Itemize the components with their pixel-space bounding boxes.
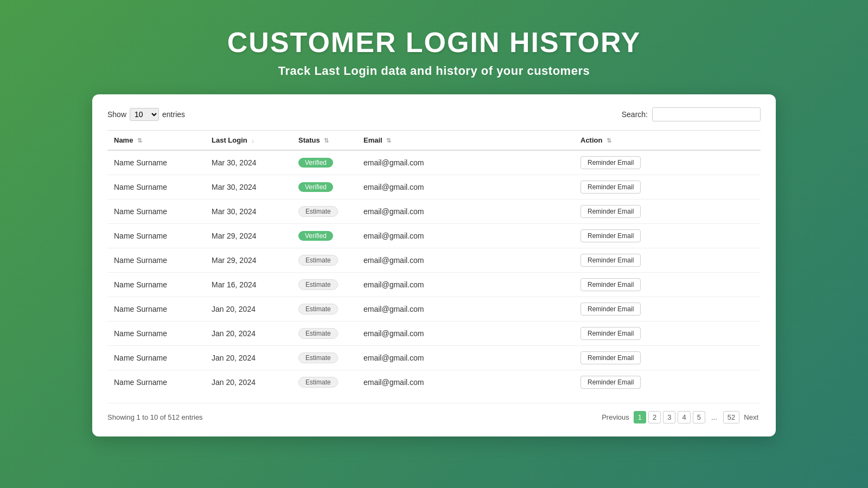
col-header-email[interactable]: Email ⇅ <box>357 131 574 151</box>
sort-icon-name: ⇅ <box>137 137 142 144</box>
col-header-status[interactable]: Status ⇅ <box>292 131 357 151</box>
page-header: CUSTOMER LOGIN HISTORY Track Last Login … <box>227 0 641 94</box>
cell-status: Estimate <box>292 346 357 370</box>
cell-status: Verified <box>292 150 357 175</box>
reminder-email-button[interactable]: Reminder Email <box>580 376 641 389</box>
cell-name: Name Surname <box>107 150 205 175</box>
sort-icon-last-login: ↓ <box>251 137 254 144</box>
search-input[interactable] <box>652 107 761 121</box>
cell-email: email@gmail.com <box>357 224 574 248</box>
status-badge: Estimate <box>298 206 338 217</box>
page-title: CUSTOMER LOGIN HISTORY <box>227 26 641 59</box>
sort-icon-action: ⇅ <box>607 137 611 144</box>
cell-name: Name Surname <box>107 224 205 248</box>
status-badge: Estimate <box>298 255 338 266</box>
page-button-5[interactable]: 5 <box>693 411 705 423</box>
customer-table: Name ⇅ Last Login ↓ Status ⇅ Email ⇅ Act… <box>107 130 761 394</box>
cell-name: Name Surname <box>107 175 205 200</box>
search-label: Search: <box>622 110 648 119</box>
cell-last-login: Mar 29, 2024 <box>205 248 292 273</box>
cell-action: Reminder Email <box>574 175 761 200</box>
status-badge: Verified <box>298 231 333 241</box>
reminder-email-button[interactable]: Reminder Email <box>580 254 641 267</box>
entries-select[interactable]: 10 25 50 100 <box>130 108 159 121</box>
cell-last-login: Jan 20, 2024 <box>205 297 292 322</box>
page-subtitle: Track Last Login data and history of you… <box>227 64 641 78</box>
table-row: Name Surname Jan 20, 2024 Estimate email… <box>107 346 761 370</box>
reminder-email-button[interactable]: Reminder Email <box>580 229 641 242</box>
cell-last-login: Mar 30, 2024 <box>205 150 292 175</box>
page-button-1[interactable]: 1 <box>634 411 646 423</box>
cell-action: Reminder Email <box>574 150 761 175</box>
table-row: Name Surname Mar 30, 2024 Estimate email… <box>107 200 761 224</box>
cell-status: Estimate <box>292 200 357 224</box>
search-control: Search: <box>622 107 761 121</box>
cell-email: email@gmail.com <box>357 200 574 224</box>
reminder-email-button[interactable]: Reminder Email <box>580 205 641 218</box>
cell-email: email@gmail.com <box>357 150 574 175</box>
reminder-email-button[interactable]: Reminder Email <box>580 303 641 316</box>
table-row: Name Surname Jan 20, 2024 Estimate email… <box>107 297 761 322</box>
cell-action: Reminder Email <box>574 248 761 273</box>
cell-status: Verified <box>292 175 357 200</box>
cell-name: Name Surname <box>107 322 205 346</box>
status-badge: Verified <box>298 182 333 192</box>
reminder-email-button[interactable]: Reminder Email <box>580 156 641 169</box>
next-button[interactable]: Next <box>742 412 761 423</box>
cell-last-login: Jan 20, 2024 <box>205 322 292 346</box>
status-badge: Estimate <box>298 377 338 388</box>
cell-action: Reminder Email <box>574 322 761 346</box>
cell-action: Reminder Email <box>574 297 761 322</box>
table-row: Name Surname Jan 20, 2024 Estimate email… <box>107 322 761 346</box>
cell-last-login: Mar 29, 2024 <box>205 224 292 248</box>
reminder-email-button[interactable]: Reminder Email <box>580 278 641 291</box>
cell-email: email@gmail.com <box>357 273 574 297</box>
table-row: Name Surname Mar 16, 2024 Estimate email… <box>107 273 761 297</box>
cell-last-login: Jan 20, 2024 <box>205 370 292 395</box>
table-row: Name Surname Mar 30, 2024 Verified email… <box>107 175 761 200</box>
status-badge: Estimate <box>298 328 338 339</box>
pagination: Previous 1 2 3 4 5 ... 52 Next <box>599 411 761 423</box>
col-header-action[interactable]: Action ⇅ <box>574 131 761 151</box>
cell-action: Reminder Email <box>574 224 761 248</box>
reminder-email-button[interactable]: Reminder Email <box>580 181 641 194</box>
sort-icon-email: ⇅ <box>386 137 391 144</box>
cell-action: Reminder Email <box>574 346 761 370</box>
table-header-row: Name ⇅ Last Login ↓ Status ⇅ Email ⇅ Act… <box>107 131 761 151</box>
previous-button[interactable]: Previous <box>599 412 631 423</box>
col-header-name[interactable]: Name ⇅ <box>107 131 205 151</box>
cell-email: email@gmail.com <box>357 297 574 322</box>
main-table-container: Show 10 25 50 100 entries Search: Name ⇅… <box>92 94 776 436</box>
show-label: Show <box>107 110 126 119</box>
show-entries-control: Show 10 25 50 100 entries <box>107 108 185 121</box>
page-button-2[interactable]: 2 <box>648 411 661 423</box>
cell-name: Name Surname <box>107 248 205 273</box>
reminder-email-button[interactable]: Reminder Email <box>580 327 641 340</box>
cell-status: Estimate <box>292 322 357 346</box>
cell-status: Estimate <box>292 297 357 322</box>
table-footer: Showing 1 to 10 of 512 entries Previous … <box>107 403 761 423</box>
cell-email: email@gmail.com <box>357 346 574 370</box>
reminder-email-button[interactable]: Reminder Email <box>580 351 641 364</box>
cell-name: Name Surname <box>107 273 205 297</box>
table-body: Name Surname Mar 30, 2024 Verified email… <box>107 150 761 394</box>
cell-name: Name Surname <box>107 370 205 395</box>
cell-name: Name Surname <box>107 297 205 322</box>
cell-email: email@gmail.com <box>357 370 574 395</box>
cell-status: Verified <box>292 224 357 248</box>
col-header-last-login[interactable]: Last Login ↓ <box>205 131 292 151</box>
cell-last-login: Mar 30, 2024 <box>205 175 292 200</box>
cell-last-login: Mar 16, 2024 <box>205 273 292 297</box>
page-button-last[interactable]: 52 <box>723 411 739 423</box>
cell-name: Name Surname <box>107 200 205 224</box>
cell-email: email@gmail.com <box>357 175 574 200</box>
pagination-ellipsis: ... <box>707 412 721 423</box>
table-controls: Show 10 25 50 100 entries Search: <box>107 107 761 121</box>
cell-action: Reminder Email <box>574 273 761 297</box>
page-button-3[interactable]: 3 <box>663 411 675 423</box>
cell-last-login: Mar 30, 2024 <box>205 200 292 224</box>
page-button-4[interactable]: 4 <box>678 411 690 423</box>
status-badge: Verified <box>298 158 333 168</box>
cell-status: Estimate <box>292 248 357 273</box>
showing-text: Showing 1 to 10 of 512 entries <box>107 413 203 421</box>
